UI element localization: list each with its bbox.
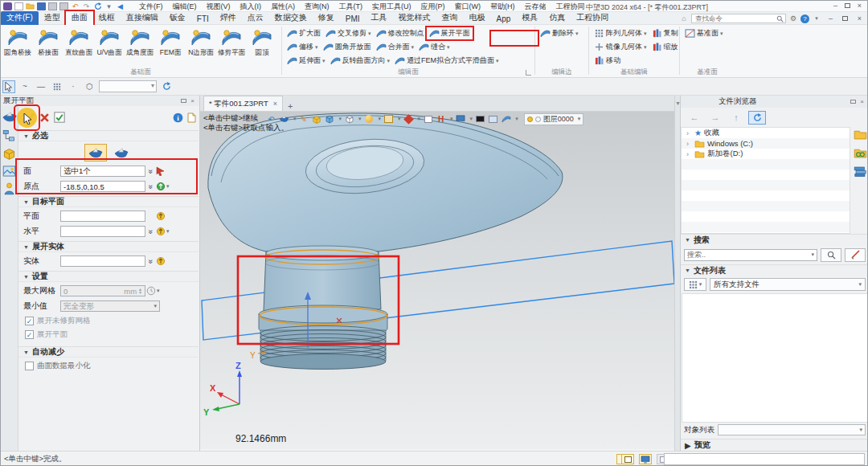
filter-point-icon[interactable]: ·	[67, 80, 80, 93]
checkbox-checked[interactable]: ✓	[25, 317, 34, 325]
forward-icon[interactable]: →	[706, 111, 724, 125]
ribbon-tab[interactable]: 模具	[516, 11, 543, 25]
surface-panel-tab-icon[interactable]	[2, 109, 18, 125]
ribbon-tab[interactable]: 视觉样式	[393, 11, 436, 25]
settings-gear-icon[interactable]: ⚙	[788, 14, 798, 22]
scene-image-tab-icon[interactable]	[2, 165, 16, 178]
ribbon-tab[interactable]: 修复	[313, 11, 340, 25]
filter-refresh-icon[interactable]	[160, 80, 173, 93]
panel-float-icon[interactable]	[179, 97, 188, 104]
ribbon-tab[interactable]: 点云	[242, 11, 269, 25]
view-undo-icon[interactable]: ↶	[266, 114, 276, 124]
search-caret-icon[interactable]: ▾	[811, 251, 814, 258]
sketch-pencil-icon[interactable]: ✎	[299, 114, 309, 124]
plane-field-input[interactable]	[60, 211, 145, 222]
checkbox-checked[interactable]: ✓	[25, 330, 34, 339]
ribbon-button[interactable]: U/V曲面	[94, 27, 125, 58]
ribbon-tab[interactable]: App	[491, 14, 517, 25]
face-pick-icon[interactable]	[155, 166, 166, 177]
tab-close-icon[interactable]: ×	[273, 100, 277, 108]
ribbon-tab[interactable]: 造型	[39, 11, 66, 25]
user-tab-icon[interactable]	[2, 182, 16, 195]
viewport[interactable]: * 零件001.Z3PRT × + <单击中键>继续 <单击右键>获取点输入。 …	[200, 96, 674, 449]
shade-face-icon[interactable]	[501, 114, 511, 124]
dialog-launcher-icon[interactable]	[526, 70, 531, 76]
ribbon-tab[interactable]: PMI	[340, 14, 366, 25]
body-field-input[interactable]	[60, 255, 145, 267]
ribbon-tab[interactable]: 工具	[366, 11, 393, 25]
cancel-x-button[interactable]	[39, 112, 50, 123]
ribbon-button[interactable]: 复制▾	[649, 27, 681, 39]
checkbox-unchecked[interactable]	[25, 362, 34, 370]
ribbon-button[interactable]: 圆角开放面▾	[321, 41, 374, 53]
ribbon-button[interactable]: 反转曲面方向▾	[328, 55, 393, 67]
select-cursor-icon[interactable]	[2, 80, 15, 93]
open-file-icon[interactable]	[26, 2, 35, 10]
tree-item[interactable]: › ★ Windows (C:)	[682, 138, 850, 149]
redo-icon[interactable]: ↷	[82, 2, 91, 10]
section-collapse-icon[interactable]: ▼	[23, 274, 29, 280]
solid-box-icon[interactable]	[312, 114, 322, 124]
body-pick-icon[interactable]	[155, 256, 166, 267]
ribbon-button[interactable]: 圆顶	[247, 27, 277, 58]
ribbon-tab[interactable]: 文件(F)	[1, 11, 39, 25]
window-minimize-button[interactable]: –	[830, 2, 841, 10]
tree-expander-icon[interactable]: ›	[686, 140, 692, 148]
ribbon-button[interactable]: 阵列几何体▾	[592, 27, 649, 39]
help-icon[interactable]: ?	[800, 14, 809, 23]
ribbon-button[interactable]: 删除环▾	[538, 27, 581, 39]
books-tab-icon[interactable]	[854, 166, 867, 178]
expand-chevron-icon[interactable]: »	[146, 256, 155, 266]
ribbon-button[interactable]: 偏移▾	[285, 41, 321, 53]
document-tab[interactable]: * 零件001.Z3PRT ×	[203, 96, 283, 111]
library-tab-icon[interactable]	[854, 147, 867, 159]
apply-check-button[interactable]	[54, 112, 65, 123]
wireframe-cube-icon[interactable]	[344, 114, 354, 124]
filter-line-icon[interactable]: —	[35, 80, 47, 93]
ribbon-tab[interactable]: 数据交换	[269, 11, 313, 25]
ribbon-button[interactable]: N边形面	[186, 27, 216, 58]
section-collapse-icon[interactable]: ▼	[685, 268, 690, 273]
ribbon-button[interactable]: 修剪平面	[216, 27, 247, 58]
ribbon-button[interactable]: 缝合▾	[416, 41, 452, 53]
ribbon-button[interactable]: 直纹曲面	[63, 27, 94, 58]
section-collapse-icon[interactable]: ▶	[685, 441, 691, 450]
ribbon-tab[interactable]: 仿真	[543, 11, 571, 25]
ribbon-button[interactable]: 成角度面	[125, 27, 155, 58]
filter-dropdown[interactable]	[99, 80, 157, 92]
solid-box-tab-icon[interactable]	[2, 147, 16, 160]
ribbon-button[interactable]: 展开平面▾	[427, 27, 473, 39]
ribbon-tab[interactable]: 钣金	[164, 11, 191, 25]
history-tree-tab-icon[interactable]	[2, 129, 16, 142]
folder-tab-icon[interactable]	[854, 129, 867, 141]
section-target-icon[interactable]	[403, 114, 414, 124]
expand-chevron-icon[interactable]: »	[146, 166, 155, 176]
ribbon-tab[interactable]: 焊件	[215, 11, 242, 25]
face-mode-toggle-active[interactable]	[84, 144, 107, 161]
new-tab-button[interactable]: +	[288, 101, 293, 111]
home-icon[interactable]: ⌂	[679, 14, 689, 22]
render-sphere-icon[interactable]	[364, 114, 375, 124]
file-list-area[interactable]	[682, 293, 868, 423]
object-list-dropdown[interactable]: ▾	[718, 424, 866, 435]
ribbon-button[interactable]: 延伸面▾	[285, 55, 328, 67]
collapse-icon[interactable]: ◀	[116, 2, 125, 10]
section-collapse-icon[interactable]: ▼	[23, 350, 29, 355]
ribbon-button[interactable]: 圆角桥接	[2, 27, 33, 58]
page-icon[interactable]	[187, 112, 196, 123]
window-split-icon[interactable]	[621, 454, 634, 464]
tree-item[interactable]: › ★ 收藏	[682, 128, 850, 138]
horizontal-field-input[interactable]	[60, 226, 145, 237]
status-input[interactable]	[664, 453, 865, 465]
view-mode-dropdown[interactable]: ▾	[684, 278, 706, 291]
shaded-cube-icon[interactable]	[325, 114, 335, 124]
display-monitor-icon[interactable]	[639, 454, 652, 464]
window-close-button[interactable]: ×	[854, 2, 865, 10]
ribbon-button[interactable]: 合并面▾	[374, 41, 417, 53]
doc-close-button[interactable]: ×	[854, 14, 865, 23]
frame-icon[interactable]	[423, 114, 433, 124]
expand-chevron-icon[interactable]: »	[146, 227, 155, 236]
ribbon-button[interactable]: 通过FEM拟合方式平滑曲面▾	[392, 55, 502, 67]
expand-chevron-icon[interactable]: »	[146, 182, 155, 191]
search-input[interactable]	[687, 251, 810, 259]
